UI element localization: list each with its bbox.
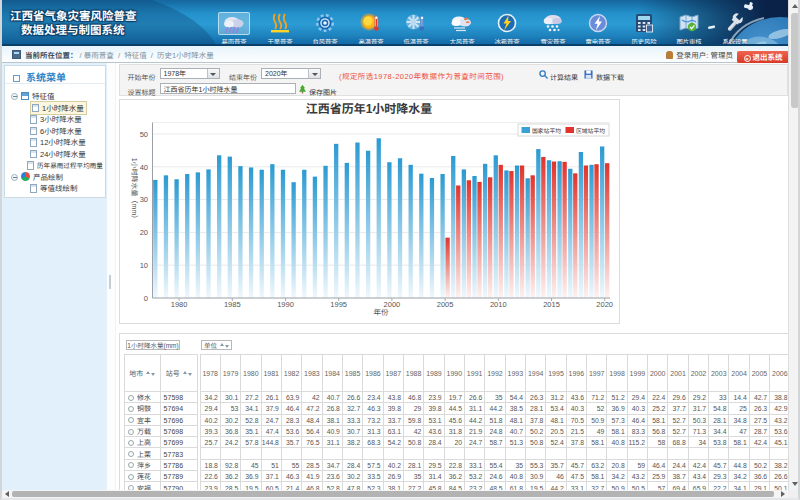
svg-text:年份: 年份 xyxy=(374,306,389,317)
svg-text:20: 20 xyxy=(140,226,148,237)
svg-text:江西省历年1小时降水量: 江西省历年1小时降水量 xyxy=(306,99,433,116)
svg-text:1小时降水量（mm）: 1小时降水量（mm） xyxy=(130,158,140,223)
svg-text:2015: 2015 xyxy=(543,298,560,309)
svg-text:1990: 1990 xyxy=(277,298,294,309)
svg-text:10: 10 xyxy=(140,259,148,270)
svg-text:2005: 2005 xyxy=(437,298,454,309)
svg-text:2010: 2010 xyxy=(490,298,507,309)
svg-text:50: 50 xyxy=(140,128,148,139)
svg-text:1995: 1995 xyxy=(330,298,347,309)
svg-text:1985: 1985 xyxy=(224,298,241,309)
svg-text:1980: 1980 xyxy=(171,298,188,309)
svg-text:区域站平均: 区域站平均 xyxy=(576,126,605,135)
svg-text:2020: 2020 xyxy=(596,298,613,309)
svg-text:0: 0 xyxy=(144,292,148,303)
svg-text:国家站平均: 国家站平均 xyxy=(532,126,561,135)
